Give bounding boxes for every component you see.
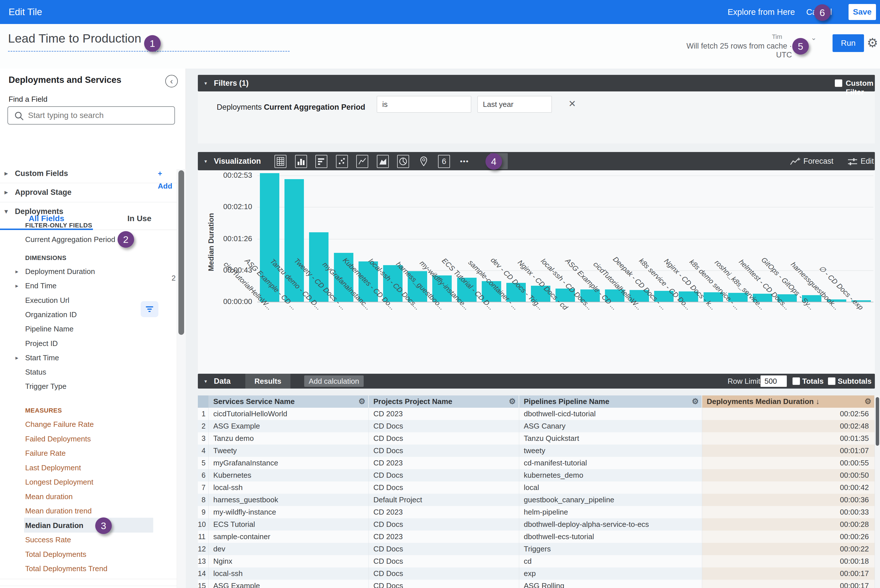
dimension-item[interactable]: Status bbox=[0, 366, 174, 378]
search-input[interactable] bbox=[28, 108, 171, 123]
dimension-item[interactable]: Organization ID bbox=[0, 308, 174, 321]
gear-icon[interactable]: ⚙ bbox=[692, 395, 699, 407]
measure-item[interactable]: Total Deployments bbox=[0, 548, 174, 561]
filter-value-select[interactable]: Last year bbox=[477, 96, 552, 112]
forecast-button[interactable]: Forecast bbox=[790, 152, 833, 170]
dimension-item[interactable]: Project ID bbox=[0, 337, 174, 350]
measure-item[interactable]: Change Failure Rate bbox=[0, 418, 174, 430]
table-row[interactable]: 1cicdTutorialHelloWorldCD 2023dbothwell-… bbox=[198, 408, 875, 420]
filter-operator-select[interactable]: is bbox=[377, 96, 471, 112]
gear-icon[interactable]: ⚙ bbox=[509, 395, 516, 407]
dimension-item[interactable]: ▸Deployment Duration bbox=[0, 265, 174, 278]
sidebar-scrollbar-thumb[interactable] bbox=[178, 170, 184, 335]
annotation-badge-4: 4 bbox=[486, 153, 502, 170]
collapse-caret-icon[interactable]: ▼ bbox=[203, 379, 208, 384]
dimension-item[interactable]: ▸End Time bbox=[0, 279, 174, 292]
cell-c2: CD 2023 bbox=[369, 457, 519, 469]
cell-num: 13 bbox=[198, 555, 209, 567]
col-header-service-name[interactable]: Services Service Name ⚙ bbox=[209, 395, 369, 408]
table-row[interactable]: 14local-sshCD Docsexp00:00:17 bbox=[198, 567, 875, 580]
chevron-right-icon[interactable]: ▸ bbox=[5, 186, 8, 199]
measure-item[interactable]: Failed Deployments bbox=[0, 433, 174, 445]
gear-icon[interactable]: ⚙ bbox=[865, 395, 871, 407]
collapse-caret-icon[interactable]: ▼ bbox=[203, 159, 208, 164]
subtotals-checkbox[interactable] bbox=[828, 377, 835, 385]
measure-item[interactable]: Median Duration bbox=[0, 519, 174, 532]
sidebar-group-approval-stage[interactable]: ▸ Approval Stage bbox=[0, 186, 177, 199]
row-limit-input[interactable] bbox=[761, 375, 787, 387]
table-row[interactable]: 10ECS TutorialCD Docsdbothwell-deploy-al… bbox=[198, 518, 875, 531]
table-icon[interactable] bbox=[274, 155, 286, 168]
measure-item[interactable]: Longest Deployment bbox=[0, 476, 174, 488]
collapse-caret-icon[interactable]: ▼ bbox=[203, 81, 208, 86]
measure-item[interactable]: Last Deployment bbox=[0, 461, 174, 474]
table-row[interactable]: 2ASG ExampleCD DocsASG Canary00:02:48 bbox=[198, 420, 875, 432]
table-row[interactable]: 4TweetyCD Docstweety00:01:07 bbox=[198, 445, 875, 457]
save-button[interactable]: Save bbox=[848, 4, 876, 20]
gear-icon[interactable]: ⚙ bbox=[867, 35, 878, 50]
table-row[interactable]: 9my-wildfly-instanceCD 2023helm-pipeline… bbox=[198, 506, 875, 518]
measure-item[interactable]: Success Rate bbox=[0, 533, 174, 546]
line-chart-icon[interactable] bbox=[356, 155, 368, 168]
table-row[interactable]: 7local-sshCD Docslocal00:00:42 bbox=[198, 482, 875, 494]
bar-chart-icon[interactable] bbox=[315, 155, 327, 168]
map-pin-icon[interactable] bbox=[418, 155, 430, 168]
table-row[interactable]: 13NginxCD Docscd00:00:18 bbox=[198, 555, 875, 567]
dimension-item[interactable]: ▸Start Time bbox=[0, 351, 174, 364]
area-chart-icon[interactable] bbox=[377, 155, 389, 168]
dimension-item[interactable]: Execution Url bbox=[0, 294, 174, 307]
chevron-down-icon[interactable]: ▾ bbox=[5, 205, 8, 218]
measure-item[interactable]: Total Deployments Trend bbox=[0, 562, 174, 575]
measure-item[interactable]: Mean duration bbox=[0, 490, 174, 503]
sidebar-group-custom-fields[interactable]: ▸ Custom Fields + Add bbox=[0, 167, 177, 180]
cell-c3: exp bbox=[519, 567, 702, 580]
totals-checkbox[interactable] bbox=[793, 377, 800, 385]
chevron-right-icon[interactable]: ▸ bbox=[15, 351, 18, 364]
results-tab[interactable]: Results bbox=[245, 374, 290, 388]
dimension-item[interactable]: Trigger Type bbox=[0, 380, 174, 393]
col-header-project-name[interactable]: Projects Project Name ⚙ bbox=[369, 395, 519, 408]
field-search-box[interactable] bbox=[8, 106, 175, 124]
cell-num: 7 bbox=[198, 482, 209, 494]
col-header-pipeline-name[interactable]: Pipelines Pipeline Name ⚙ bbox=[519, 395, 702, 408]
sort-desc-icon[interactable]: ↓ bbox=[814, 397, 819, 406]
chevron-right-icon[interactable]: ▸ bbox=[15, 265, 18, 278]
measure-item[interactable]: Mean duration trend bbox=[0, 505, 174, 517]
tile-title-input[interactable]: Lead Time to Production bbox=[8, 32, 141, 45]
pie-chart-icon[interactable] bbox=[397, 155, 409, 168]
table-header-row: Services Service Name ⚙ Projects Project… bbox=[198, 395, 875, 408]
chevron-right-icon[interactable]: ▸ bbox=[15, 279, 18, 292]
dimension-item[interactable]: Pipeline Name bbox=[0, 322, 174, 335]
gear-icon[interactable]: ⚙ bbox=[358, 395, 366, 407]
field-current-aggregation-period[interactable]: Current Aggregation Period bbox=[0, 233, 174, 246]
col-header-median-duration[interactable]: Deployments Median Duration ↓ ⚙ bbox=[702, 395, 875, 408]
measure-item[interactable]: Failure Rate bbox=[0, 447, 174, 459]
table-row[interactable]: 5myGrafanaInstanceCD 2023cd-manifest-tut… bbox=[198, 457, 875, 469]
data-section-bar[interactable]: ▼ Data Results Add calculation Row Limit… bbox=[198, 374, 875, 388]
chevron-right-icon[interactable]: ▸ bbox=[5, 167, 8, 180]
table-row[interactable]: 11sample-containerCD 2023dbothwell-ecs-t… bbox=[198, 531, 875, 543]
table-row[interactable]: 8harness_guestbookDefault Projectguestbo… bbox=[198, 494, 875, 506]
table-row[interactable]: 12devCD DocsTriggers00:00:22 bbox=[198, 543, 875, 555]
table-row[interactable]: 6KubernetesCD Docskubernetes_demo00:00:5… bbox=[198, 469, 875, 482]
table-row[interactable]: 15ASG ExampleCD DocsASG Rolling00:00:17 bbox=[198, 580, 875, 588]
more-icon[interactable]: ••• bbox=[459, 155, 471, 168]
cell-c2: CD Docs bbox=[369, 543, 519, 555]
visualization-section-bar[interactable]: ▼ Visualization 6••• Forecast Edit bbox=[198, 152, 875, 170]
explore-from-here-link[interactable]: Explore from Here bbox=[728, 0, 795, 24]
filters-section-bar[interactable]: ▼ Filters (1) Custom Filter bbox=[198, 75, 875, 92]
collapse-sidebar-button[interactable]: ‹ bbox=[165, 75, 178, 87]
scatter-chart-icon[interactable] bbox=[336, 155, 348, 168]
cell-c1: local-ssh bbox=[209, 482, 369, 494]
chevron-down-icon[interactable]: ⌄ bbox=[811, 34, 817, 42]
remove-filter-icon[interactable]: ✕ bbox=[569, 98, 576, 109]
table-scrollbar-thumb[interactable] bbox=[876, 397, 879, 446]
single-value-icon[interactable]: 6 bbox=[438, 155, 450, 168]
sidebar-group-deployments[interactable]: ▾ Deployments bbox=[0, 205, 177, 218]
table-row[interactable]: 3Tanzu demoCD DocsTanzu Quickstart00:01:… bbox=[198, 432, 875, 445]
add-calculation-button[interactable]: Add calculation bbox=[304, 375, 364, 387]
edit-viz-button[interactable]: Edit bbox=[847, 152, 874, 170]
custom-filter-checkbox[interactable] bbox=[835, 80, 842, 87]
run-button[interactable]: Run bbox=[833, 34, 864, 52]
column-chart-icon[interactable] bbox=[295, 155, 307, 168]
